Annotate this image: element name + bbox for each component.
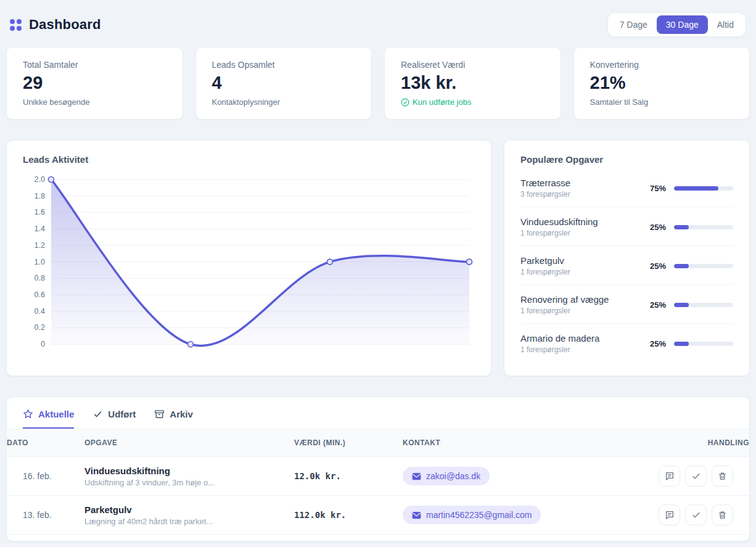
popular-task-requests: 1 forespørgsler	[520, 229, 598, 237]
contact-email-pill[interactable]: zakoi@das.dk	[403, 467, 490, 485]
row-actions	[657, 504, 749, 525]
stat-label: Total Samtaler	[23, 60, 166, 70]
popular-task-requests: 1 forespørgsler	[520, 268, 570, 276]
cell-date: 16. feb.	[7, 471, 84, 481]
stat-card: Realiseret Værdi 13k kr. Kun udførte job…	[384, 47, 561, 120]
popular-task-name: Armario de madera	[520, 333, 599, 343]
stat-value: 21%	[590, 73, 734, 93]
chart-title: Leads Aktivitet	[23, 154, 475, 165]
time-filter-7-dage[interactable]: 7 Dage	[610, 15, 657, 34]
stat-card: Leads Opsamlet 4 Kontaktoplysninger	[195, 47, 372, 120]
leads-activity-card: Leads Aktivitet 2.01.81.61.41.21.00.80.6…	[6, 140, 491, 376]
stat-label: Konvertering	[590, 60, 734, 70]
popular-task-info: Parketgulv 1 forespørgsler	[520, 255, 570, 276]
popular-task-progressbar	[674, 264, 733, 268]
tab-aktuelle[interactable]: Aktuelle	[23, 409, 74, 429]
cell-value: 112.0k kr.	[294, 510, 403, 520]
chart-data-point	[48, 176, 54, 182]
chart-ytick-label: 1.6	[35, 208, 45, 216]
chart-ytick-label: 1.4	[35, 224, 45, 233]
time-filter-30-dage[interactable]: 30 Dage	[657, 15, 708, 34]
popular-task-name: Parketgulv	[520, 255, 570, 266]
message-icon	[665, 471, 675, 481]
cell-value: 12.0k kr.	[294, 471, 403, 481]
delete-button[interactable]	[712, 466, 733, 487]
comment-button[interactable]	[659, 504, 680, 525]
chart-area-fill	[51, 179, 469, 346]
stat-label: Realiseret Værdi	[401, 60, 544, 70]
popular-task-info: Træterrasse 3 forespørgsler	[520, 178, 570, 199]
time-range-selector: 7 Dage30 DageAltid	[607, 12, 746, 37]
trash-icon	[718, 510, 727, 520]
cell-task: Parketgulv Lægning af 40m2 hårdt træ par…	[84, 504, 294, 526]
tab-label: Aktuelle	[38, 409, 74, 419]
app-logo-icon	[10, 19, 22, 31]
stat-card: Total Samtaler 29 Unikke besøgende	[6, 47, 183, 120]
popular-task-progressbar	[674, 225, 733, 229]
task-title: Parketgulv	[84, 504, 294, 515]
archive-icon	[154, 409, 165, 419]
delete-button[interactable]	[712, 504, 733, 525]
table-row: 16. feb. Vinduesudskiftning Udskiftning …	[7, 457, 749, 496]
table-body: 16. feb. Vinduesudskiftning Udskiftning …	[7, 457, 749, 535]
stat-subtext-label: Unikke besøgende	[23, 97, 89, 107]
stat-subtext: Kun udførte jobs	[401, 97, 544, 107]
complete-button[interactable]	[685, 466, 707, 487]
check-icon	[92, 409, 103, 419]
chart-ytick-label: 0.8	[35, 274, 45, 282]
cell-contact: zakoi@das.dk	[403, 467, 657, 485]
tab-udført[interactable]: Udført	[92, 409, 136, 429]
tab-label: Arkiv	[170, 409, 193, 419]
contact-email: martin4562235@gmail.com	[426, 510, 532, 520]
stat-subtext-label: Kun udførte jobs	[413, 97, 471, 107]
task-description: Udskiftning af 3 vinduer, 3m høje o...	[84, 478, 294, 487]
stat-subtext: Unikke besøgende	[23, 97, 166, 107]
check-icon	[691, 510, 701, 520]
stat-value: 4	[212, 73, 356, 93]
column-header-opgave: OPGAVE	[84, 429, 294, 456]
trash-icon	[718, 471, 727, 481]
popular-task-item: Parketgulv 1 forespørgsler 25%	[520, 246, 733, 285]
popular-tasks-card: Populære Opgaver Træterrasse 3 forespørg…	[504, 140, 750, 376]
page-header: Dashboard 7 Dage30 DageAltid	[6, 0, 750, 47]
popular-task-requests: 1 forespørgsler	[520, 345, 599, 354]
stat-card: Konvertering 21% Samtaler til Salg	[573, 47, 750, 120]
complete-button[interactable]	[685, 504, 707, 525]
time-filter-altid[interactable]: Altid	[708, 15, 743, 34]
popular-task-name: Træterrasse	[520, 178, 570, 188]
popular-task-name: Vinduesudskiftning	[520, 216, 598, 227]
popular-task-stats: 25%	[645, 300, 733, 310]
tasks-tabs: AktuelleUdførtArkiv	[7, 397, 749, 429]
contact-email-pill[interactable]: martin4562235@gmail.com	[403, 506, 541, 524]
brand: Dashboard	[10, 17, 101, 33]
chart-ytick-label: 0.4	[35, 307, 45, 316]
tasks-table-card: AktuelleUdførtArkiv DATO OPGAVE VÆRDI (M…	[6, 397, 750, 541]
table-row: 13. feb. Parketgulv Lægning af 40m2 hård…	[7, 496, 749, 535]
popular-task-item: Vinduesudskiftning 1 forespørgsler 25%	[520, 207, 733, 246]
popular-task-stats: 25%	[645, 339, 733, 348]
chart-data-point	[187, 342, 193, 347]
popular-task-stats: 75%	[645, 184, 733, 193]
popular-task-item: Træterrasse 3 forespørgsler 75%	[520, 168, 733, 207]
tab-arkiv[interactable]: Arkiv	[154, 409, 193, 429]
comment-button[interactable]	[659, 466, 680, 487]
stat-subtext-label: Samtaler til Salg	[590, 97, 649, 107]
star-icon	[23, 409, 33, 419]
chart-data-point	[467, 259, 472, 265]
popular-task-percent: 25%	[645, 223, 666, 232]
stats-grid: Total Samtaler 29 Unikke besøgende Leads…	[6, 47, 750, 120]
popular-task-requests: 3 forespørgsler	[520, 190, 570, 199]
popular-tasks-title: Populære Opgaver	[520, 154, 733, 165]
stat-label: Leads Opsamlet	[212, 60, 356, 70]
check-circle-icon	[401, 98, 409, 107]
contact-email: zakoi@das.dk	[426, 471, 480, 481]
column-header-kontakt: KONTAKT	[403, 429, 657, 456]
popular-task-requests: 1 forespørgsler	[520, 306, 609, 315]
popular-task-percent: 25%	[645, 261, 666, 271]
column-header-handling: HANDLING	[657, 429, 749, 456]
task-title: Vinduesudskiftning	[84, 466, 294, 476]
envelope-icon	[412, 511, 421, 519]
stat-subtext: Kontaktoplysninger	[212, 97, 356, 107]
table-header-row: DATO OPGAVE VÆRDI (MIN.) KONTAKT HANDLIN…	[7, 429, 749, 457]
main-row: Leads Aktivitet 2.01.81.61.41.21.00.80.6…	[6, 140, 750, 376]
